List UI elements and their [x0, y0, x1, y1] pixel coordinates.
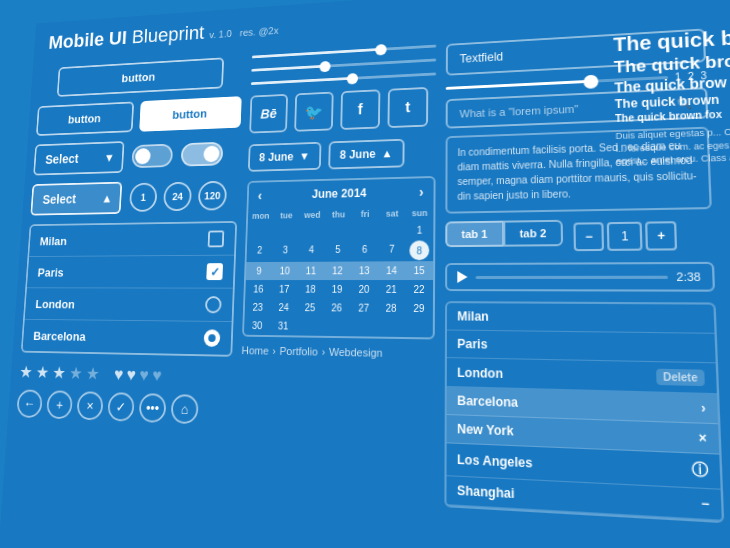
star-1[interactable]: ★: [19, 362, 34, 383]
minus-icon[interactable]: −: [701, 496, 710, 512]
toggle-off[interactable]: [131, 144, 173, 169]
calendar: ‹ June 2014 › mon tue wed thu fri sat su…: [242, 176, 436, 340]
button-2[interactable]: button: [36, 102, 134, 136]
rlist-milan[interactable]: Milan: [447, 303, 715, 334]
social-buttons-row: Bē 🐦 f t: [249, 87, 436, 134]
rlist-newyork[interactable]: New York ×: [447, 415, 720, 455]
select-row-1: Select ▾: [33, 137, 240, 176]
star-4[interactable]: ★: [68, 363, 83, 384]
home-icon-button[interactable]: ⌂: [171, 394, 199, 424]
cal-prev-button[interactable]: ‹: [258, 188, 263, 203]
stepper-value: 1: [607, 222, 643, 251]
delete-button[interactable]: Delete: [656, 369, 705, 387]
rlist-barcelona[interactable]: Barcelona ›: [447, 387, 718, 424]
calendar-month-label: June 2014: [312, 186, 367, 201]
middle-panel: Bē 🐦 f t 8 June ▼ 8 June: [241, 45, 436, 360]
slider-2[interactable]: [251, 59, 436, 72]
rlist-paris[interactable]: Paris: [447, 330, 716, 363]
facebook-button[interactable]: f: [340, 89, 380, 130]
add-icon-button[interactable]: +: [46, 390, 73, 419]
date-select-down[interactable]: 8 June ▼: [248, 142, 321, 172]
star-2[interactable]: ★: [35, 362, 50, 383]
chevron-up-icon: ▴: [103, 191, 110, 205]
checkbox-checked[interactable]: ✓: [206, 263, 223, 280]
chevron-down-icon: ▼: [299, 150, 310, 163]
slider-1[interactable]: [252, 45, 436, 59]
tab-2[interactable]: tab 2: [503, 220, 564, 247]
select-dropdown-2[interactable]: Select ▴: [30, 182, 122, 216]
twitter-button[interactable]: 🐦: [294, 92, 333, 132]
list-item[interactable]: Milan: [29, 223, 235, 257]
close-icon[interactable]: ×: [698, 430, 707, 446]
tab-1[interactable]: tab 1: [445, 221, 503, 248]
app-header: Mobile UI Blueprint v. 1.0 res. @2x: [48, 16, 279, 54]
badge-1: 1: [129, 183, 158, 212]
play-button[interactable]: [457, 271, 467, 283]
select-dropdown-1[interactable]: Select ▾: [33, 141, 124, 175]
rlist-london[interactable]: London Delete: [447, 358, 717, 394]
breadcrumb-webdesign[interactable]: Webdesign: [329, 346, 383, 359]
sliders-group: [251, 45, 436, 85]
chevron-up-icon: ▲: [381, 147, 393, 161]
star-3[interactable]: ★: [52, 362, 67, 383]
date-selectors-row: 8 June ▼ 8 June ▲: [248, 138, 436, 172]
check-icon-button[interactable]: ✓: [107, 392, 135, 422]
typography-panel: The quick bro The quick bro The quick br…: [613, 22, 730, 168]
audio-player: 2:38: [445, 262, 715, 292]
toggle-on[interactable]: [181, 142, 224, 167]
close-icon-button[interactable]: ×: [76, 391, 103, 420]
textfield[interactable]: Textfield: [446, 28, 706, 75]
toggle-knob-on: [203, 145, 219, 162]
stepper-plus[interactable]: +: [645, 221, 677, 251]
rlist-shanghai[interactable]: Shanghai −: [446, 476, 721, 521]
button-row-1: button: [39, 56, 244, 98]
calendar-header: ‹ June 2014 ›: [248, 178, 433, 209]
star-5[interactable]: ★: [85, 363, 100, 384]
radio-empty[interactable]: [205, 296, 222, 313]
info-icon[interactable]: ⓘ: [691, 460, 708, 481]
heart-3[interactable]: ♥: [139, 365, 149, 385]
date-select-up[interactable]: 8 June ▲: [328, 139, 404, 170]
list-item[interactable]: Paris ✓: [27, 256, 234, 289]
right-list: Milan Paris London Delete Barcelona › Ne…: [444, 301, 724, 523]
stepper-minus[interactable]: −: [574, 222, 605, 251]
button-3[interactable]: button: [139, 96, 242, 132]
calendar-today[interactable]: 8: [409, 240, 429, 260]
paragraph-text: In condimentum facilisis porta. Sed nec …: [445, 127, 712, 214]
breadcrumb-portfolio[interactable]: Portfolio: [279, 345, 318, 358]
tabs-row: tab 1 tab 2: [445, 220, 563, 247]
audio-time: 2:38: [676, 270, 701, 283]
right-center-panel: Textfield 1 2 3 What is a "lorem ipsum" …: [444, 28, 724, 523]
badge-120: 120: [198, 181, 227, 211]
search-field[interactable]: What is a "lorem ipsum" 🔍: [446, 87, 709, 128]
radio-selected[interactable]: [204, 329, 221, 347]
cal-next-button[interactable]: ›: [419, 184, 424, 200]
slider-num-1: 1: [675, 71, 681, 82]
audio-track[interactable]: [476, 275, 668, 278]
badges-group: 1 24 120: [129, 181, 227, 212]
behance-button[interactable]: Bē: [249, 94, 288, 134]
breadcrumb-home[interactable]: Home: [241, 344, 269, 356]
heart-2[interactable]: ♥: [126, 365, 136, 385]
typo-line-3: The quick brow: [614, 70, 730, 96]
slider-3[interactable]: [251, 72, 436, 85]
dots-icon-button[interactable]: •••: [139, 393, 167, 423]
slider-num-2: 2: [687, 71, 694, 82]
breadcrumb: Home › Portfolio › Webdesign: [241, 344, 434, 360]
list-item[interactable]: London: [25, 288, 233, 322]
chevron-down-icon: ▾: [106, 150, 113, 164]
stepper: − 1 +: [574, 221, 678, 251]
list-item[interactable]: Barcelona: [23, 320, 232, 355]
heart-4[interactable]: ♥: [152, 365, 162, 385]
rlist-losangeles[interactable]: Los Angeles ⓘ: [447, 443, 721, 489]
button-1[interactable]: button: [56, 57, 223, 96]
badge-24: 24: [163, 182, 192, 212]
stars-row: ★ ★ ★ ★ ★ ♥ ♥ ♥ ♥: [19, 362, 232, 388]
typography-paragraph: Duis aliquet egestas p... Curabitur vulp…: [615, 123, 730, 168]
checkbox-empty[interactable]: [208, 230, 225, 247]
back-icon-button[interactable]: ←: [16, 389, 43, 418]
heart-1[interactable]: ♥: [113, 364, 123, 384]
tumblr-button[interactable]: t: [387, 87, 428, 128]
calendar-grid: mon tue wed thu fri sat sun 1: [244, 205, 434, 337]
toggle-knob: [135, 148, 151, 164]
